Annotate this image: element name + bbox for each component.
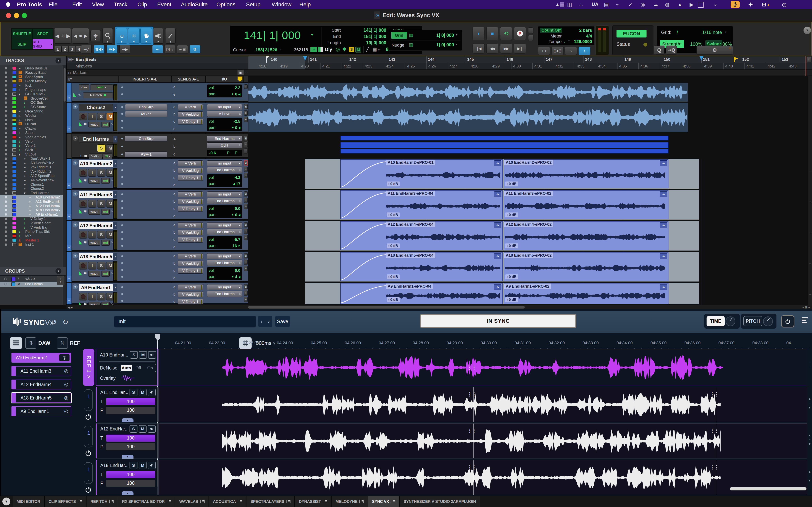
menu-item-options[interactable]: Options [216, 1, 236, 8]
track-name[interactable]: Deep Bass.01 [25, 66, 48, 70]
group-mute-button[interactable]: M [139, 389, 147, 396]
io-view-button[interactable]: ▣ [244, 136, 248, 141]
io-view-button[interactable]: ▣ [244, 104, 248, 109]
bar-number[interactable]: 150 [664, 57, 670, 62]
chevron-down-icon[interactable]: ▾ [725, 31, 726, 34]
track-type-icon[interactable]: ▾ [18, 92, 20, 97]
second-label[interactable]: 4:19 [280, 64, 288, 68]
apple-logo-icon[interactable] [5, 1, 11, 8]
grid-film-icon[interactable]: ▦ [409, 33, 413, 38]
tempo-row-value[interactable]: 129.0000 [571, 39, 592, 44]
track-type-icon[interactable]: » [18, 109, 20, 113]
track-name-menu[interactable]: ▼ [113, 253, 117, 260]
mirrored-midi-button[interactable]: ⊸⊟ [177, 45, 188, 53]
segment-handle[interactable]: ⋮⋮ [470, 464, 473, 471]
solo-indicator[interactable]: S [349, 47, 354, 52]
dock-tab-rx-spectral-editor[interactable]: RX SPECTRAL EDITOR [118, 496, 175, 507]
track-list-item[interactable]: ↓V Verb Big [0, 225, 63, 230]
track-type-icon[interactable]: » [18, 83, 20, 88]
track-name-menu[interactable]: ▼ [113, 222, 117, 229]
chevron-down-icon[interactable]: ▾ [568, 40, 570, 42]
track-name[interactable]: Wocka [25, 114, 36, 118]
quantize-button[interactable]: Q [654, 46, 664, 55]
track-type-icon[interactable]: » [24, 169, 26, 174]
second-label[interactable]: 4:23 [365, 64, 372, 68]
send-slot[interactable]: V Delay 1 [178, 237, 203, 243]
link-icon[interactable]: ∞ [67, 126, 71, 131]
pan-value[interactable]: ◂ 17 [233, 181, 240, 186]
track-name[interactable]: Verb [25, 139, 33, 144]
bar-number[interactable]: 151 [703, 57, 710, 62]
track-list-item[interactable]: ↓V Delay 1 [0, 217, 63, 221]
track-list-item[interactable]: »A10 EndHarm2 [0, 195, 63, 200]
lane-list-button[interactable] [10, 337, 22, 349]
input-monitor-button[interactable]: I [88, 231, 96, 238]
transport-mini-bottom-button[interactable] [528, 35, 534, 41]
playhead-marker[interactable] [266, 56, 267, 63]
solo-button[interactable]: S [97, 169, 105, 177]
track-disclosure-button[interactable]: ▼ [73, 191, 78, 196]
add-row-button[interactable]: + [244, 148, 248, 154]
second-label[interactable]: 4:35 [619, 64, 627, 68]
overlay-waveform-icon[interactable] [121, 375, 135, 382]
insert-slot[interactable]: PSA-1 [125, 152, 167, 157]
segment-handle[interactable]: ⋮⋮ [470, 364, 473, 371]
folder-clip-bar[interactable] [341, 136, 668, 140]
groups-sort-button[interactable]: az [57, 276, 64, 285]
insert-slot[interactable]: ChnlStrp [125, 104, 167, 110]
tempo-row-label[interactable]: Tempo [546, 39, 562, 44]
panel-expand-tab[interactable]: ▼ [122, 455, 134, 459]
track-list-item[interactable]: »A17 SpeedRap [0, 174, 63, 178]
ruler-list-icon[interactable]: ▤▾ [68, 57, 74, 62]
fast-forward-button[interactable]: ▶▶ [500, 44, 512, 53]
ref-sort-button[interactable]: ⇅ [57, 337, 68, 349]
second-label[interactable]: 4:39 [704, 64, 712, 68]
io-input-selector[interactable]: no input▼ [207, 191, 242, 197]
timebase-icon[interactable]: ◔ [79, 154, 81, 158]
fade-in-curve[interactable] [341, 222, 387, 250]
track-name[interactable]: V Verb Big [31, 225, 47, 230]
dock-tab-repitch[interactable]: REPITCH [87, 496, 118, 507]
track-name[interactable]: Chorus1 [31, 182, 44, 187]
denoise-option-on[interactable]: On [145, 365, 156, 371]
grabber-tool-icon[interactable]: ▼ [140, 28, 152, 44]
audio-clip[interactable]: A11 EndHarm3-ePRO-04∿⍿0 dB [340, 190, 503, 219]
track-view-chip[interactable]: wave [89, 302, 100, 305]
track-list-item[interactable]: ↓Click 1 [0, 148, 63, 152]
add-row-button[interactable]: + [244, 235, 248, 240]
meter-row-value[interactable]: 4/4 [571, 34, 592, 39]
clip-name[interactable]: A10 EndHarm2-ePRO-01 [386, 160, 435, 165]
io-input-selector[interactable]: no input▼ [207, 284, 242, 290]
link-icon[interactable]: ∞ [67, 183, 71, 187]
track-list-item[interactable]: ☰Soar Synth [0, 75, 63, 79]
start-value[interactable]: 141| 1| 000 [344, 27, 386, 33]
bar-number[interactable]: 148 [585, 57, 592, 62]
clip-name[interactable]: A12 EndHarm4-ePRO-02 [504, 222, 553, 227]
elastic-audio-clip-icon[interactable]: ∿ [494, 160, 501, 166]
plugin-track-item[interactable]: A10 EndHarm2◎ [11, 353, 71, 362]
rel-grid-button[interactable]: REL GRID▼ [33, 39, 53, 49]
elastic-plugin-chip[interactable]: RePitch [83, 92, 113, 98]
loop-playback-button[interactable]: ⟲ [500, 27, 512, 40]
time-check-icon[interactable]: ✓ [628, 2, 633, 8]
playlist-chip[interactable]: red [101, 240, 110, 245]
clip-gain-badge[interactable]: ⍿0 dB [387, 274, 400, 279]
io-input-selector[interactable]: End Harrms▼ [207, 136, 242, 142]
marker-plus-icon[interactable]: + [245, 70, 247, 74]
power-button[interactable] [781, 315, 794, 328]
edit-view-selector-icon[interactable]: ▯▾ [68, 77, 72, 81]
automation-mode-chip[interactable]: over▼ [89, 154, 102, 159]
clip-gain-badge[interactable]: ⍿0 dB [505, 297, 518, 302]
ruler-collapse-button[interactable]: ⍗ [807, 57, 811, 62]
vol-value[interactable]: -5.7 [234, 237, 240, 242]
track-view-chip[interactable]: wave [89, 271, 100, 277]
playlist-chip[interactable]: red [101, 271, 110, 277]
track-type-icon[interactable]: » [18, 114, 20, 118]
track-name-menu[interactable]: ▼ [113, 104, 117, 111]
dock-tab-acoustica[interactable]: ACOUSTICA [209, 496, 246, 507]
track-name[interactable]: Verb 2 [25, 144, 36, 148]
time-mode-button[interactable]: TIME [707, 316, 725, 326]
track-type-icon[interactable]: » [24, 157, 26, 161]
track-list-item[interactable]: »Kick [0, 83, 63, 88]
fade-in-curve[interactable] [341, 191, 387, 219]
